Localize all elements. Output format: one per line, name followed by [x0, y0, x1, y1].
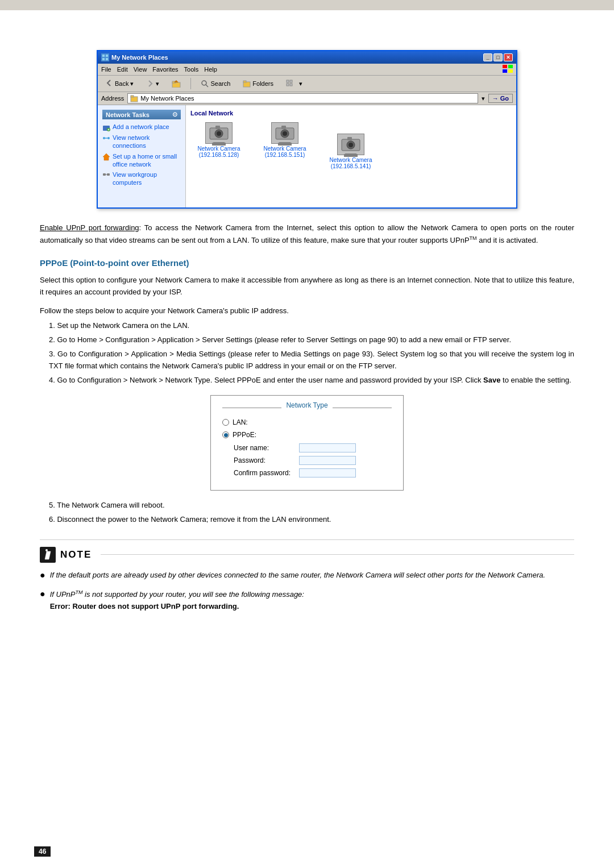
pppoe-radio-row: PPPoE: — [222, 431, 392, 439]
menubar: File Edit View Favorites Tools Help — [98, 64, 516, 76]
lan-radio-row: LAN: — [222, 418, 392, 426]
svg-point-43 — [349, 143, 353, 147]
svg-rect-6 — [508, 65, 513, 68]
camera-item-141[interactable]: Network Camera (192.168.5.141) — [322, 134, 379, 169]
svg-rect-19 — [290, 84, 292, 86]
svg-rect-17 — [290, 80, 292, 82]
svg-rect-7 — [503, 69, 507, 73]
pppoe-radio[interactable] — [222, 431, 229, 438]
lan-label: LAN: — [233, 418, 248, 426]
svg-rect-5 — [503, 65, 507, 68]
sidebar-item-view-connections[interactable]: View network connections — [102, 132, 181, 151]
close-button[interactable]: ✕ — [504, 53, 513, 61]
sidebar-section-title[interactable]: Network Tasks ⊙ — [102, 110, 181, 119]
svg-point-45 — [45, 549, 48, 551]
toolbar-separator-1 — [190, 78, 191, 89]
menu-view[interactable]: View — [134, 66, 147, 73]
address-dropdown[interactable]: ▾ — [482, 95, 485, 102]
forward-button[interactable]: ▾ — [142, 78, 163, 89]
forward-dropdown-icon: ▾ — [156, 80, 159, 88]
go-button[interactable]: → Go — [488, 94, 513, 103]
sidebar-item-add-network[interactable]: Add a network place — [102, 122, 181, 132]
svg-rect-44 — [347, 137, 352, 140]
search-button[interactable]: Search — [197, 78, 234, 89]
note-item-2-text: If UPnPTM is not supported by your route… — [50, 588, 304, 613]
minimize-button[interactable]: _ — [483, 53, 492, 61]
note-item-2: ● If UPnPTM is not supported by your rou… — [40, 588, 574, 613]
views-icon — [286, 80, 297, 88]
menu-help[interactable]: Help — [204, 66, 217, 73]
step-2: Go to Home > Configuration > Application… — [49, 334, 574, 346]
address-box[interactable]: My Network Places — [127, 93, 478, 103]
network-type-box: Network Type LAN: PPPoE: User name: Pass… — [210, 395, 404, 491]
svg-rect-18 — [287, 84, 289, 86]
upnp-paragraph: Enable UPnP port forwarding: To access t… — [40, 222, 574, 247]
username-label: User name: — [234, 444, 299, 452]
add-network-icon — [102, 123, 110, 131]
page: My Network Places _ □ ✕ File Edit View F… — [0, 0, 614, 868]
svg-marker-29 — [103, 153, 110, 160]
upnp-underline: Enable UPnP port forwarding — [40, 223, 139, 232]
menu-tools[interactable]: Tools — [184, 66, 199, 73]
titlebar-left: My Network Places — [101, 53, 168, 61]
menu-file[interactable]: File — [101, 66, 111, 73]
back-dropdown-icon: ▾ — [130, 80, 134, 88]
steps-intro: Follow the steps below to acquire your N… — [40, 305, 574, 317]
back-button[interactable]: Back ▾ — [101, 77, 138, 90]
back-icon — [105, 79, 113, 88]
svg-rect-36 — [215, 126, 220, 129]
maximize-button[interactable]: □ — [493, 53, 503, 61]
confirm-password-input[interactable] — [299, 468, 356, 477]
pppoe-label: PPPoE: — [233, 431, 256, 439]
steps-list: Set up the Network Camera on the LAN. Go… — [40, 320, 574, 386]
doc-content: Enable UPnP port forwarding: To access t… — [34, 222, 580, 613]
svg-point-35 — [217, 131, 221, 136]
svg-line-13 — [206, 85, 208, 87]
confirm-password-row: Confirm password: — [222, 468, 392, 477]
note-header: NOTE — [40, 547, 574, 563]
local-network-label: Local Network — [190, 110, 512, 117]
addressbar: Address My Network Places ▾ → Go — [98, 92, 516, 105]
note-bullet-2: ● — [40, 589, 45, 599]
password-label: Password: — [234, 456, 299, 464]
menu-edit[interactable]: Edit — [117, 66, 128, 73]
camera-label-151: Network Camera (192.168.5.151) — [256, 146, 313, 158]
svg-rect-40 — [281, 126, 286, 129]
address-icon — [130, 94, 138, 102]
step-6: 6. Disconnect the power to the Network C… — [49, 514, 574, 526]
note-bullet-1: ● — [40, 571, 45, 580]
camera-icon-141 — [337, 134, 364, 155]
lan-radio[interactable] — [222, 419, 229, 426]
svg-rect-8 — [508, 69, 513, 73]
note-item-1-text: If the default ports are already used by… — [50, 570, 545, 582]
folders-icon — [243, 80, 251, 88]
camera-item-128[interactable]: Network Camera (192.168.5.128) — [190, 122, 247, 169]
sidebar-collapse-icon: ⊙ — [172, 111, 177, 118]
step-3: Go to Configuration > Application > Medi… — [49, 348, 574, 372]
svg-rect-3 — [102, 58, 105, 60]
note-item-1: ● If the default ports are already used … — [40, 570, 574, 582]
views-button[interactable]: ▾ — [282, 78, 306, 89]
forward-icon — [146, 80, 154, 88]
titlebar-buttons: _ □ ✕ — [483, 53, 513, 61]
confirm-password-label: Confirm password: — [234, 469, 299, 477]
camera-label-128: Network Camera (192.168.5.128) — [190, 146, 247, 158]
svg-rect-15 — [243, 81, 246, 82]
my-network-places-window: My Network Places _ □ ✕ File Edit View F… — [97, 50, 517, 209]
camera-item-151[interactable]: Network Camera (192.168.5.151) — [256, 122, 313, 169]
sidebar-item-setup-home[interactable]: Set up a home or small office network — [102, 151, 181, 170]
folders-button[interactable]: Folders — [239, 78, 277, 89]
sidebar-item-view-workgroup[interactable]: View workgroup computers — [102, 169, 181, 188]
username-input[interactable] — [299, 443, 356, 452]
upfolder-button[interactable] — [168, 78, 185, 89]
svg-rect-16 — [287, 80, 289, 82]
svg-point-26 — [103, 137, 105, 139]
upfolder-icon — [172, 80, 181, 88]
note-icon — [40, 547, 56, 563]
svg-rect-1 — [102, 55, 105, 57]
username-row: User name: — [222, 443, 392, 452]
password-input[interactable] — [299, 456, 356, 465]
svg-point-39 — [283, 131, 287, 136]
menu-favorites[interactable]: Favorites — [152, 66, 178, 73]
top-bar — [0, 0, 614, 10]
